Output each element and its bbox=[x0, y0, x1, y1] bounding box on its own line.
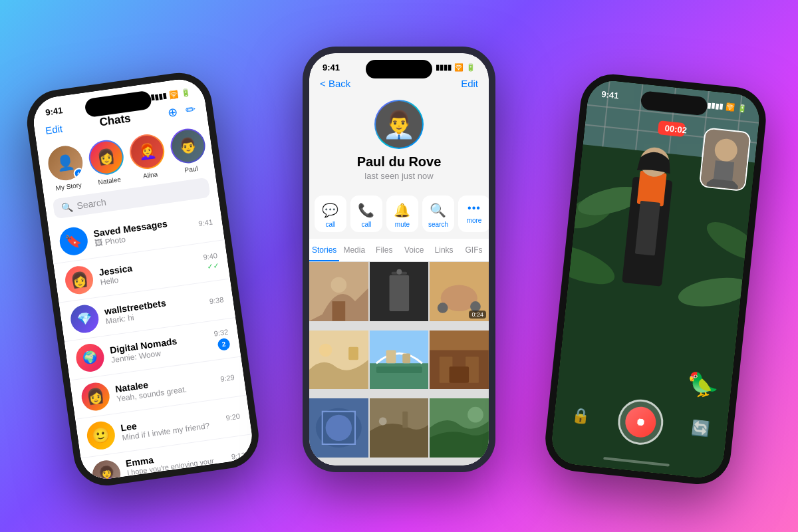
phone-2-screen: 9:41 ▮▮▮▮ 🛜 🔋 < Back Edit 👨‍💼 Paul du Ro… bbox=[309, 53, 489, 466]
chat-info-saved: Saved Messages 🖼 Photo bbox=[92, 215, 193, 248]
media-image-5 bbox=[370, 331, 429, 390]
media-image-8 bbox=[370, 398, 429, 458]
battery-icon-2: 🔋 bbox=[466, 63, 475, 72]
chat-time-wsb: 9:38 bbox=[209, 295, 224, 305]
status-time-1: 9:41 bbox=[45, 105, 63, 117]
profile-edit-button[interactable]: Edit bbox=[461, 78, 478, 89]
svg-rect-17 bbox=[386, 350, 396, 363]
phone-chats: 9:41 ▮▮▮▮ 🛜 🔋 Edit Chats ⊕ ✏ 👤 + bbox=[23, 68, 263, 489]
battery-icon-3: 🔋 bbox=[737, 104, 747, 113]
chat-time-lee: 9:20 bbox=[225, 412, 240, 422]
chat-info-lee: Lee Mind if I invite my friend? bbox=[120, 409, 220, 442]
svg-rect-28 bbox=[402, 412, 408, 428]
chat-avatar-dn: 🌍 bbox=[74, 342, 105, 373]
action-call[interactable]: 📞 call bbox=[350, 196, 382, 232]
chat-time-dn: 9:32 bbox=[213, 327, 229, 337]
media-image-2 bbox=[370, 262, 429, 321]
chat-info-natalee: Natalee Yeah, sounds great. bbox=[114, 370, 215, 404]
new-chat-icon[interactable]: ⊕ bbox=[167, 104, 179, 120]
compose-icon[interactable]: ✏ bbox=[184, 102, 196, 118]
media-cell-6[interactable] bbox=[430, 331, 489, 390]
chat-info-emma: Emma I hope you're enjoying your day as … bbox=[125, 444, 227, 482]
chat-time-saved: 9:41 bbox=[198, 217, 213, 227]
story-alina-label: Alina bbox=[142, 170, 158, 180]
status-icons-3: ▮▮▮▮ 🛜 🔋 bbox=[707, 101, 747, 114]
svg-point-6 bbox=[396, 269, 402, 275]
search-placeholder: Search bbox=[76, 196, 106, 211]
chat-avatar-saved: 🔖 bbox=[58, 225, 89, 257]
status-icons-1: ▮▮▮▮ 🛜 🔋 bbox=[150, 88, 191, 102]
signal-icon-3: ▮▮▮▮ bbox=[707, 101, 724, 111]
status-time-3: 9:41 bbox=[601, 89, 619, 101]
record-icon: ⏺ bbox=[635, 416, 647, 429]
mute-label: mute bbox=[395, 221, 410, 228]
mute-icon: 🔔 bbox=[394, 202, 410, 218]
story-paul-label: Paul bbox=[184, 165, 198, 174]
record-button[interactable]: ⏺ bbox=[616, 397, 666, 447]
svg-rect-22 bbox=[450, 366, 469, 383]
lock-icon: 🔒 bbox=[571, 406, 591, 426]
profile-header: 👨‍💼 Paul du Rove last seen just now bbox=[309, 94, 489, 189]
media-cell-3[interactable]: 0:24 bbox=[430, 262, 489, 321]
chat-meta-jessica: 9:40 ✓✓ bbox=[202, 251, 219, 272]
chat-meta-lee: 9:20 bbox=[225, 412, 240, 422]
story-paul[interactable]: 👨 Paul bbox=[168, 126, 209, 176]
media-cell-4[interactable] bbox=[309, 331, 368, 390]
back-button[interactable]: < Back bbox=[320, 78, 350, 89]
media-cell-9[interactable] bbox=[430, 398, 489, 458]
status-time-2: 9:41 bbox=[323, 63, 340, 72]
svg-point-12 bbox=[319, 343, 332, 356]
svg-point-25 bbox=[326, 415, 352, 441]
media-cell-8[interactable] bbox=[370, 398, 429, 458]
media-cell-5[interactable] bbox=[370, 331, 429, 390]
chat-meta-wsb: 9:38 bbox=[209, 295, 224, 305]
action-mute[interactable]: 🔔 mute bbox=[386, 196, 418, 232]
story-emma[interactable]: 👩 Emma bbox=[208, 122, 215, 170]
chat-avatar-wsb: 💎 bbox=[68, 303, 100, 334]
signal-icon: ▮▮▮▮ bbox=[150, 91, 168, 102]
story-alina[interactable]: 👩‍🦰 Alina bbox=[126, 132, 168, 182]
edit-button[interactable]: Edit bbox=[45, 122, 63, 136]
wifi-icon-3: 🛜 bbox=[726, 103, 735, 112]
message-icon: 💬 bbox=[322, 202, 338, 218]
tab-voice[interactable]: Voice bbox=[399, 239, 429, 261]
header-icons: ⊕ ✏ bbox=[167, 102, 197, 120]
svg-rect-4 bbox=[389, 275, 409, 311]
pip-preview bbox=[699, 127, 751, 192]
action-message[interactable]: 💬 call bbox=[315, 196, 346, 232]
tab-media[interactable]: Media bbox=[339, 239, 369, 261]
media-image-7 bbox=[309, 398, 368, 458]
media-image-1 bbox=[309, 262, 368, 321]
media-tabs: Stories Media Files Voice Links GIFs bbox=[309, 239, 489, 262]
tab-stories[interactable]: Stories bbox=[309, 239, 339, 261]
search-label: search bbox=[428, 221, 448, 228]
search-icon: 🔍 bbox=[61, 201, 73, 213]
tab-settings[interactable]: ⚙ Settings bbox=[215, 479, 255, 482]
flip-icon: 🔄 bbox=[691, 419, 711, 438]
media-cell-7[interactable] bbox=[309, 398, 368, 458]
media-cell-1[interactable] bbox=[309, 262, 368, 321]
chat-time-emma: 9:12 bbox=[231, 451, 246, 461]
tab-links[interactable]: Links bbox=[429, 239, 459, 261]
media-image-4 bbox=[309, 331, 368, 390]
dynamic-island-2 bbox=[366, 60, 432, 78]
media-cell-2[interactable] bbox=[370, 262, 429, 321]
my-story-label: My Story bbox=[55, 181, 82, 192]
action-search[interactable]: 🔍 search bbox=[422, 196, 454, 232]
chat-avatar-lee: 🙂 bbox=[85, 420, 116, 451]
chat-time-natalee: 9:29 bbox=[219, 373, 235, 383]
phone-1-screen: 9:41 ▮▮▮▮ 🛜 🔋 Edit Chats ⊕ ✏ 👤 + bbox=[30, 76, 255, 483]
tab-gifs[interactable]: GIFs bbox=[459, 239, 489, 261]
battery-icon: 🔋 bbox=[180, 88, 191, 98]
svg-rect-18 bbox=[402, 353, 410, 363]
lock-button[interactable]: 🔒 bbox=[565, 400, 597, 432]
flip-camera-button[interactable]: 🔄 bbox=[685, 412, 717, 444]
action-more[interactable]: ••• more bbox=[458, 196, 489, 232]
tab-files[interactable]: Files bbox=[369, 239, 399, 261]
svg-rect-2 bbox=[332, 301, 345, 321]
wifi-icon-2: 🛜 bbox=[454, 63, 464, 72]
story-natalee[interactable]: 👩 Natalee bbox=[86, 138, 128, 187]
story-my[interactable]: 👤 + My Story bbox=[45, 144, 87, 193]
phone-camera: 🦜 9:41 ▮▮▮▮ 🛜 🔋 00:02 🔒 bbox=[543, 71, 769, 487]
chat-info-dn: Digital Nomads Jennie: Woow bbox=[109, 331, 209, 364]
